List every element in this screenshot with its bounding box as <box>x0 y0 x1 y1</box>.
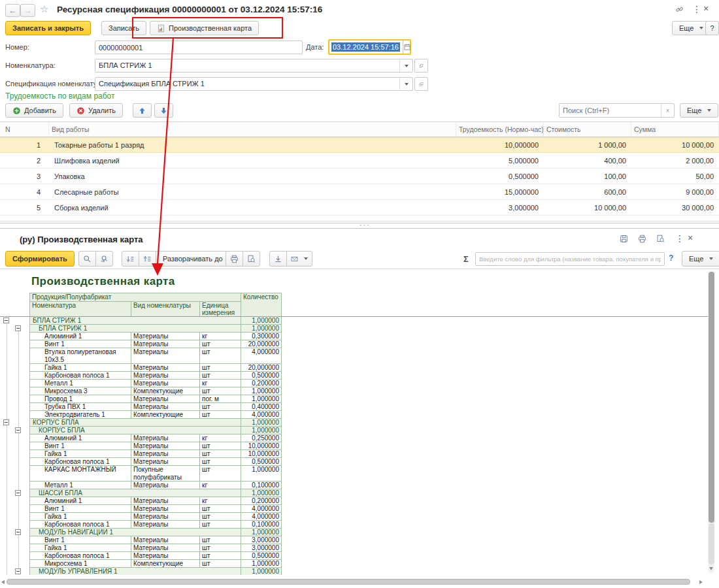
report-detail-row[interactable]: Алюминий 1Материалыкг0,300000 <box>30 333 282 340</box>
vertical-scrollbar-segment[interactable] <box>709 523 714 564</box>
work-table-cell[interactable]: 30 000,00 <box>631 200 719 215</box>
horizontal-scrollbar-thumb[interactable] <box>7 579 690 585</box>
report-detail-row[interactable]: Гайка 1Материалышт20,000000 <box>30 364 282 372</box>
move-down-button[interactable] <box>154 103 173 118</box>
specification-open-button[interactable] <box>414 77 428 91</box>
link-icon[interactable] <box>675 5 684 14</box>
search-clear-icon[interactable]: × <box>661 104 674 117</box>
report-detail-row[interactable]: Металл 1Материалыкг0,100000 <box>30 482 282 489</box>
calendar-icon[interactable] <box>403 41 411 54</box>
collapse-expander-icon[interactable] <box>15 529 21 535</box>
report-detail-row[interactable]: Винт 1Материалышт10,000000 <box>30 442 282 450</box>
collapse-expander-icon[interactable] <box>3 419 9 425</box>
report-detail-row[interactable]: Гайка 1Материалышт10,000000 <box>30 450 282 458</box>
report-detail-row[interactable]: КАРКАС МОНТАЖНЫЙПокупные полуфабрикатышт… <box>30 466 282 482</box>
scroll-right-arrow-icon[interactable] <box>699 580 703 584</box>
find-button[interactable] <box>78 251 96 267</box>
report-detail-row[interactable]: Трубка ПВХ 1Материалышт0,400000 <box>30 403 282 411</box>
expand-groups-button[interactable] <box>139 251 156 267</box>
report-detail-row[interactable]: Микросхема 1Комплектующиешт1,000000 <box>30 560 282 568</box>
nomenclature-open-button[interactable] <box>414 59 428 73</box>
work-table-cell[interactable]: Упаковка <box>49 169 456 184</box>
collapse-expander-icon[interactable] <box>3 318 9 323</box>
work-table-row[interactable]: 3Упаковка0,500000100,0050,00 <box>0 169 719 184</box>
worklist-more-button[interactable]: Еще <box>680 103 718 118</box>
report-detail-row[interactable]: Винт 1Материалышт3,000000 <box>30 536 282 544</box>
production-card-button[interactable]: Производственная карта <box>150 21 259 35</box>
report-detail-row[interactable]: Алюминий 1Материалыкг0,200000 <box>30 497 282 505</box>
report-detail-row[interactable]: Карбоновая полоса 1Материалышт0,100000 <box>30 521 282 529</box>
report-detail-row[interactable]: Карбоновая полоса 1Материалышт0,500000 <box>30 552 282 560</box>
col-header-labor[interactable]: Трудоемкость (Нормо-час) <box>456 122 544 137</box>
report-detail-row[interactable]: Металл 1Материалыкг0,200000 <box>30 380 282 387</box>
work-table-row[interactable]: 5Сборка изделий3,00000010 000,0030 000,0… <box>0 200 719 216</box>
nomenclature-dropdown[interactable] <box>399 59 412 72</box>
work-table-row[interactable]: 4Слесарные работы15,000000600,009 000,00 <box>0 184 719 200</box>
work-table-cell[interactable]: 10 000,00 <box>544 200 631 215</box>
work-table-row[interactable]: 2Шлифовка изделий5,000000400,002 000,00 <box>0 153 719 169</box>
report-detail-row[interactable]: Электродвигатель 1Комплектующиешт4,00000… <box>30 411 282 419</box>
report-detail-row[interactable]: Гайка 1Материалышт4,000000 <box>30 513 282 521</box>
more-menu-icon[interactable]: ⋮ <box>692 5 701 14</box>
filter-help-button[interactable]: ? <box>669 253 673 263</box>
spec-close-icon[interactable]: × <box>703 4 709 13</box>
save-close-button[interactable]: Записать и закрыть <box>5 21 91 35</box>
report-group-row[interactable]: КОРПУС БПЛА1,000000 <box>30 427 282 434</box>
download-button[interactable] <box>269 251 287 267</box>
report-detail-row[interactable]: Карбоновая полоса 1Материалышт0,500000 <box>30 458 282 466</box>
filter-input[interactable] <box>475 252 665 266</box>
print-preview-icon[interactable] <box>656 235 665 243</box>
report-detail-row[interactable]: Гайка 1Материалышт3,000000 <box>30 544 282 552</box>
work-table-cell[interactable]: 2 <box>0 153 49 168</box>
forward-button[interactable]: → <box>20 4 35 17</box>
save-button[interactable]: Записать <box>101 21 146 35</box>
collapse-expander-icon[interactable] <box>15 427 21 433</box>
report-group-row[interactable]: БПЛА СТРИЖ 11,000000 <box>30 325 282 333</box>
work-table-cell[interactable]: 400,00 <box>544 153 631 168</box>
find-next-button[interactable] <box>95 251 113 267</box>
report-detail-row[interactable]: Винт 1Материалышт4,000000 <box>30 505 282 513</box>
sum-sigma-icon[interactable]: Σ <box>463 254 469 264</box>
search-box[interactable]: × <box>559 103 675 118</box>
work-table-cell[interactable]: 0,500000 <box>456 169 544 184</box>
vertical-scrollbar-thumb[interactable] <box>709 272 714 523</box>
favorite-star-icon[interactable]: ☆ <box>40 3 48 15</box>
report-detail-row[interactable]: Алюминий 1Материалыкг0,250000 <box>30 434 282 442</box>
work-table-cell[interactable]: Шлифовка изделий <box>49 153 456 168</box>
nomenclature-field[interactable]: БПЛА СТРИЖ 1 <box>95 59 413 73</box>
report-more-button[interactable]: Еще <box>682 251 719 267</box>
search-input[interactable] <box>560 104 661 117</box>
add-row-button[interactable]: Добавить <box>5 103 63 118</box>
report-detail-row[interactable]: Втулка полиуретановая 10x3.5Материалышт4… <box>30 348 282 364</box>
work-table-cell[interactable]: Слесарные работы <box>49 184 456 199</box>
report-more-menu-icon[interactable]: ⋮ <box>675 234 684 243</box>
report-group-row[interactable]: ШАССИ БПЛА1,000000 <box>30 489 282 497</box>
work-table-cell[interactable]: 15,000000 <box>456 184 544 199</box>
work-table-cell[interactable]: 100,00 <box>544 169 631 184</box>
work-table-cell[interactable]: Токарные работы 1 разряд <box>49 138 456 152</box>
delete-row-button[interactable]: Удалить <box>69 103 123 118</box>
report-detail-row[interactable]: Винт 1Материалышт20,000000 <box>30 340 282 348</box>
col-header-cost[interactable]: Стоимость <box>544 122 631 137</box>
number-field[interactable] <box>95 41 303 54</box>
work-table-cell[interactable]: 10 000,00 <box>631 138 719 152</box>
scroll-down-arrow-icon[interactable] <box>709 567 713 570</box>
send-mail-button[interactable] <box>286 251 312 267</box>
report-detail-row[interactable]: Провод 1Материалыпог. м1,000000 <box>30 395 282 403</box>
work-table-cell[interactable]: Сборка изделий <box>49 200 456 215</box>
work-table-cell[interactable]: 1 000,00 <box>544 138 631 152</box>
col-header-work[interactable]: Вид работы <box>49 122 456 137</box>
collapse-expander-icon[interactable] <box>15 568 21 574</box>
work-table-cell[interactable]: 10,000000 <box>456 138 544 152</box>
work-table-cell[interactable]: 3 <box>0 169 49 184</box>
preview-button[interactable] <box>242 251 260 267</box>
col-header-n[interactable]: N <box>0 122 49 137</box>
specification-dropdown[interactable] <box>399 78 412 90</box>
report-group-row[interactable]: КОРПУС БПЛА1,000000 <box>30 419 282 427</box>
print-icon[interactable] <box>638 235 646 243</box>
spec-help-button[interactable]: ? <box>705 21 719 35</box>
report-close-icon[interactable]: × <box>688 233 693 242</box>
window-splitter[interactable]: ··· <box>0 223 719 229</box>
generate-button[interactable]: Сформировать <box>5 251 75 267</box>
report-group-row[interactable]: БПЛА СТРИЖ 11,000000 <box>30 317 282 325</box>
